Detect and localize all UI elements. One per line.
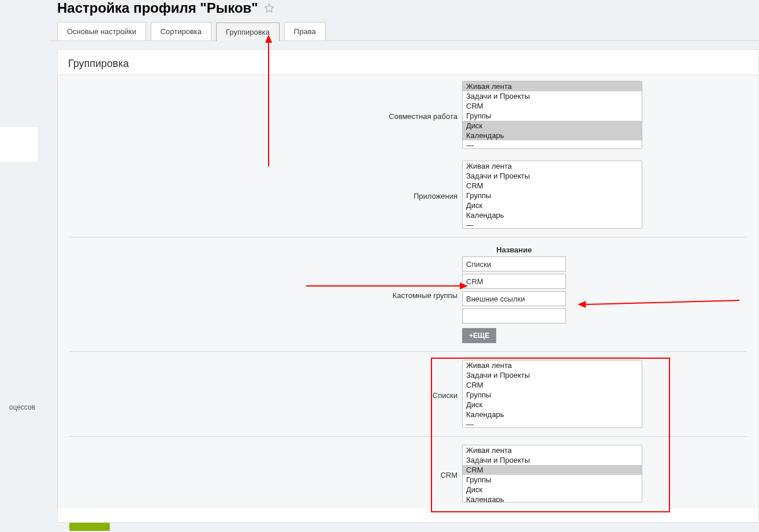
select-collab[interactable]: Живая лентаЗадачи и ПроектыCRMГруппыДиск… — [462, 81, 642, 149]
page-title: Настройка профиля "Рыков" — [57, 0, 258, 16]
tab-grouping[interactable]: Группировка — [216, 23, 280, 41]
select-crm[interactable]: Живая лентаЗадачи и ПроектыCRMГруппыДиск… — [462, 445, 642, 503]
star-icon[interactable] — [264, 3, 274, 13]
tab-bar: Основые настройки Сортировка Группировка… — [49, 22, 759, 41]
svg-marker-0 — [265, 4, 273, 12]
footer-buttons — [69, 523, 110, 531]
grouping-panel: Группировка Совместная работа Живая лент… — [57, 49, 759, 523]
select-apps[interactable]: Живая лентаЗадачи и ПроектыCRMГруппыДиск… — [462, 161, 642, 229]
custom-name-header: Название — [462, 245, 566, 254]
panel-title: Группировка — [58, 50, 758, 75]
tab-rights[interactable]: Права — [284, 22, 326, 40]
tab-sorting[interactable]: Сортировка — [151, 22, 211, 40]
custom-input-0[interactable] — [462, 256, 566, 271]
custom-input-2[interactable] — [462, 291, 566, 306]
custom-input-3[interactable] — [462, 308, 566, 323]
save-button-partial[interactable] — [69, 523, 110, 531]
select-lists[interactable]: Живая лентаЗадачи и ПроектыCRMГруппыДиск… — [462, 360, 642, 428]
label-collab: Совместная работа — [69, 110, 462, 121]
left-nav-text-fragment: оцессов — [0, 403, 38, 415]
tab-main-settings[interactable]: Основые настройки — [57, 22, 146, 40]
left-nav-stub — [0, 127, 38, 162]
label-apps: Приложения — [69, 189, 462, 200]
label-custom-groups: Кастомные группы — [69, 289, 462, 300]
label-crm: CRM — [69, 468, 462, 479]
add-more-button[interactable]: +ЕЩЕ — [462, 328, 496, 343]
label-lists: Списки — [69, 389, 462, 400]
custom-input-1[interactable] — [462, 274, 566, 289]
